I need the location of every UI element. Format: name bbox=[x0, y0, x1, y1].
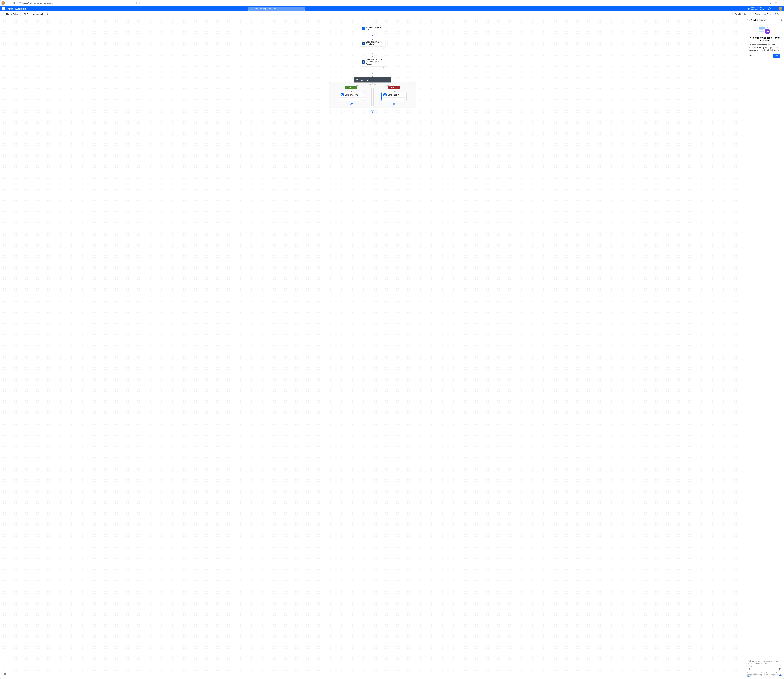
eye-icon bbox=[383, 47, 384, 49]
mail-icon bbox=[340, 93, 344, 97]
send-icon[interactable] bbox=[778, 668, 781, 671]
copilot-illustration bbox=[757, 25, 772, 35]
browser-url-input[interactable] bbox=[22, 2, 134, 4]
browser-bar bbox=[0, 0, 784, 6]
svg-point-7 bbox=[769, 8, 770, 9]
minimap-button[interactable] bbox=[3, 672, 7, 676]
copilot-char-counter: 0/2000 bbox=[748, 666, 781, 667]
svg-point-18 bbox=[361, 99, 362, 99]
browser-profile-avatar[interactable] bbox=[2, 1, 5, 5]
settings-icon[interactable] bbox=[768, 7, 771, 10]
copilot-textarea[interactable] bbox=[748, 660, 781, 665]
browser-back-button[interactable] bbox=[6, 1, 11, 5]
app-launcher-icon[interactable] bbox=[2, 7, 5, 11]
svg-point-26 bbox=[767, 31, 768, 32]
condition-container: True ⌃ ▾ Send email (V2) bbox=[329, 82, 416, 108]
save-button[interactable]: Save bbox=[774, 13, 782, 16]
flow-step-trigger[interactable]: Manually trigger a flow bbox=[360, 25, 386, 32]
svg-point-5 bbox=[250, 8, 251, 9]
feedback-icon bbox=[732, 13, 734, 16]
send-email-false[interactable]: Send email (V2) bbox=[381, 92, 407, 101]
user-avatar[interactable] bbox=[779, 7, 782, 11]
svg-rect-22 bbox=[759, 29, 763, 30]
eye-icon bbox=[361, 98, 363, 100]
copilot-input[interactable]: 0/2000 bbox=[747, 659, 782, 671]
test-button[interactable]: Test bbox=[764, 13, 771, 16]
false-pill[interactable]: False ⌃ bbox=[387, 86, 400, 89]
flow-step-gpt[interactable]: Create text with GPT on Azure OpenAI Ser… bbox=[360, 57, 386, 70]
flow-canvas[interactable]: + − Manually trigger a flow bbox=[0, 17, 745, 679]
svg-point-27 bbox=[768, 31, 768, 32]
eye-icon bbox=[383, 67, 384, 69]
svg-point-11 bbox=[383, 48, 384, 48]
favorites-icon[interactable] bbox=[768, 1, 773, 5]
env-value: Default environm... bbox=[751, 9, 766, 11]
sparkle-icon[interactable] bbox=[748, 668, 751, 671]
copilot-next-button[interactable]: Next bbox=[773, 54, 780, 58]
save-icon bbox=[774, 13, 776, 16]
ai-icon bbox=[362, 60, 365, 64]
svg-point-3 bbox=[780, 3, 781, 3]
preview-badge: PREVIEW bbox=[759, 19, 767, 21]
branch-icon bbox=[356, 79, 358, 81]
global-search[interactable] bbox=[248, 6, 305, 11]
favorite-icon[interactable] bbox=[135, 2, 138, 5]
add-step-button[interactable]: + bbox=[371, 52, 374, 55]
environment-picker[interactable]: Environments Default environm... bbox=[748, 6, 766, 11]
copilot-title: Copilot bbox=[750, 19, 758, 21]
true-pill[interactable]: True ⌃ bbox=[345, 86, 357, 89]
copilot-step-indicator: 1 of 3 bbox=[749, 55, 753, 57]
search-icon bbox=[250, 8, 251, 10]
touch-icon bbox=[362, 27, 365, 30]
false-branch: False ⌃ ▾ Send email (V2) bbox=[373, 88, 414, 106]
add-step-button[interactable]: + bbox=[393, 102, 395, 105]
help-icon[interactable] bbox=[773, 7, 776, 10]
flow-step-extract[interactable]: Extract information from invoices bbox=[360, 40, 386, 50]
browser-url-bar[interactable] bbox=[17, 1, 140, 5]
svg-rect-23 bbox=[759, 31, 764, 32]
chevron-up-icon: ⌃ bbox=[396, 87, 397, 88]
svg-point-15 bbox=[358, 80, 358, 80]
flow-title: Use AI Builder and GPT to process email … bbox=[6, 13, 50, 16]
ai-icon bbox=[362, 42, 365, 45]
browser-more-icon[interactable] bbox=[778, 1, 782, 5]
copilot-card-body: Be more efficient than ever with AI assi… bbox=[749, 44, 780, 52]
chevron-down-icon bbox=[387, 79, 389, 81]
copilot-toggle-button[interactable]: Copilot bbox=[751, 13, 761, 16]
add-step-button[interactable]: + bbox=[371, 34, 374, 37]
svg-rect-21 bbox=[759, 27, 765, 28]
svg-point-20 bbox=[404, 99, 405, 99]
global-search-input[interactable] bbox=[253, 8, 303, 10]
env-label: Environments bbox=[751, 6, 766, 9]
flask-icon bbox=[764, 13, 766, 16]
toolbar-back-button[interactable] bbox=[2, 13, 5, 16]
copilot-panel: Copilot PREVIEW Welcome to Copilot in Po… bbox=[745, 17, 784, 679]
copilot-logo-icon bbox=[747, 19, 750, 22]
close-icon[interactable] bbox=[780, 19, 782, 21]
mail-icon bbox=[383, 93, 387, 97]
add-step-button[interactable]: + bbox=[350, 102, 353, 105]
copilot-card-title: Welcome to Copilot in Power Automate bbox=[749, 36, 780, 42]
add-step-button[interactable]: + bbox=[371, 72, 374, 74]
copilot-disclaimer: Make sure AI-generated content is accura… bbox=[747, 672, 782, 677]
collections-icon[interactable] bbox=[773, 1, 778, 5]
svg-point-4 bbox=[781, 3, 781, 3]
add-step-button[interactable]: + bbox=[371, 110, 374, 113]
send-email-true[interactable]: Send email (V2) bbox=[339, 92, 364, 101]
environment-icon bbox=[748, 7, 750, 10]
true-branch: True ⌃ ▾ Send email (V2) bbox=[331, 88, 372, 106]
svg-point-14 bbox=[356, 80, 357, 80]
browser-refresh-button[interactable] bbox=[12, 1, 16, 5]
zoom-out-button[interactable]: − bbox=[3, 661, 7, 665]
copilot-welcome-card: Welcome to Copilot in Power Automate Be … bbox=[747, 23, 782, 60]
svg-point-0 bbox=[19, 2, 21, 3]
copilot-icon bbox=[751, 13, 754, 16]
search-icon bbox=[19, 2, 21, 4]
send-feedback-button[interactable]: Send feedback bbox=[732, 13, 748, 16]
zoom-in-button[interactable]: + bbox=[3, 656, 7, 660]
chevron-up-icon: ⌃ bbox=[353, 87, 354, 88]
app-title[interactable]: Power Automate bbox=[7, 7, 26, 10]
svg-point-25 bbox=[766, 31, 767, 32]
fit-screen-button[interactable] bbox=[3, 666, 7, 671]
svg-point-16 bbox=[357, 80, 358, 81]
